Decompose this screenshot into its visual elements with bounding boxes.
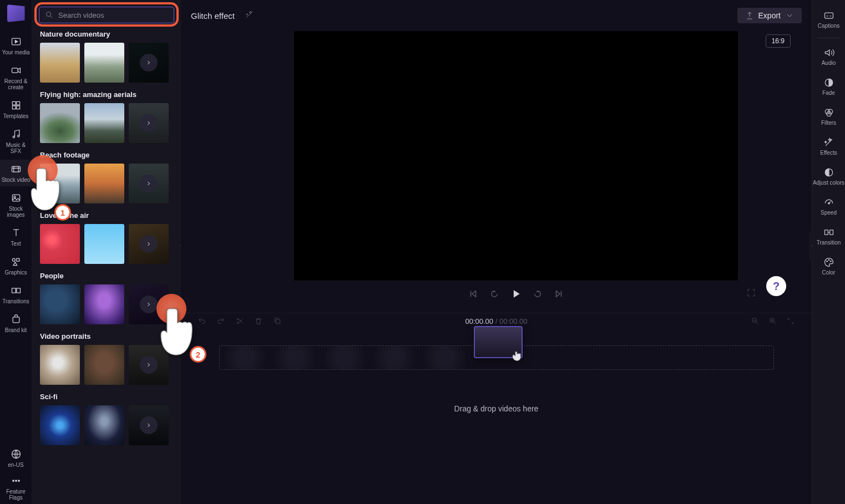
skip-back-icon[interactable]: [468, 289, 478, 299]
nav-brand-kit[interactable]: Brand kit: [0, 310, 32, 337]
prop-color[interactable]: Color: [812, 252, 845, 280]
search-input[interactable]: [58, 11, 168, 19]
nav-transitions[interactable]: Transitions: [0, 281, 32, 308]
prop-captions[interactable]: Captions: [812, 6, 845, 33]
undo-icon[interactable]: [198, 317, 206, 325]
nav-feature-flags[interactable]: Feature Flags: [0, 471, 32, 504]
stock-thumb[interactable]: [84, 103, 124, 143]
left-nav-items: Your media Record & create Templates Mus…: [0, 32, 32, 337]
redo-icon[interactable]: [216, 317, 225, 325]
stock-thumb[interactable]: [84, 345, 124, 385]
svg-rect-1: [12, 68, 18, 73]
play-button[interactable]: [510, 288, 522, 299]
prop-fade[interactable]: Fade: [812, 73, 845, 100]
step-back-icon[interactable]: [489, 289, 499, 299]
category-more-button[interactable]: [140, 114, 158, 132]
stock-thumb[interactable]: [40, 43, 80, 83]
prop-filters[interactable]: Filters: [812, 103, 845, 130]
aspect-ratio-button[interactable]: 16:9: [766, 34, 791, 48]
stock-thumb[interactable]: [84, 224, 124, 264]
effects-icon: [823, 137, 834, 148]
svg-point-32: [828, 202, 829, 204]
music-icon: [10, 128, 22, 140]
svg-rect-5: [16, 106, 19, 109]
stock-category-list[interactable]: Nature documentary Flying high: amazing …: [32, 30, 181, 504]
prop-label: Captions: [818, 23, 839, 29]
stock-thumb[interactable]: [40, 103, 80, 143]
right-properties-rail: Captions Audio Fade Filters Effects Adju…: [812, 0, 845, 504]
grab-cursor-icon: [510, 348, 525, 363]
prop-transition[interactable]: Transition: [812, 222, 845, 250]
project-title[interactable]: Glitch effect: [191, 11, 235, 21]
nav-label: Stock video: [2, 177, 31, 183]
dots-icon: [10, 475, 22, 487]
nav-text[interactable]: Text: [0, 223, 32, 250]
category-more-button[interactable]: [140, 296, 158, 313]
prop-label: Color: [822, 269, 836, 276]
category-title: Sci-fi: [40, 393, 173, 401]
nav-record-create[interactable]: Record & create: [0, 61, 32, 94]
stock-thumb[interactable]: [84, 284, 124, 324]
nav-your-media[interactable]: Your media: [0, 32, 32, 59]
fullscreen-button[interactable]: [746, 288, 756, 300]
search-box[interactable]: [39, 7, 174, 23]
stock-video-panel: Nature documentary Flying high: amazing …: [32, 0, 181, 504]
transition-icon: [823, 227, 834, 238]
nav-label: Your media: [2, 49, 29, 55]
nav-music-sfx[interactable]: Music & SFX: [0, 125, 32, 157]
export-button[interactable]: Export: [737, 8, 802, 23]
stock-images-icon: [10, 192, 22, 204]
prop-adjust-colors[interactable]: Adjust colors: [812, 162, 845, 190]
svg-point-6: [13, 136, 14, 138]
category-more-button[interactable]: [140, 175, 158, 192]
zoom-in-icon[interactable]: [768, 317, 777, 325]
stock-thumb[interactable]: [40, 284, 80, 324]
duplicate-icon[interactable]: [273, 317, 282, 325]
category-more-button[interactable]: [140, 416, 158, 434]
prop-speed[interactable]: Speed: [812, 192, 845, 220]
skip-forward-icon[interactable]: [554, 289, 564, 299]
stock-thumb[interactable]: [84, 164, 124, 203]
category-more-button[interactable]: [140, 356, 158, 374]
split-icon[interactable]: [235, 317, 244, 325]
svg-point-19: [18, 480, 19, 482]
nav-label: Text: [11, 241, 21, 247]
svg-rect-33: [824, 230, 828, 235]
video-preview[interactable]: [294, 31, 738, 281]
step-forward-icon[interactable]: [533, 289, 543, 299]
nav-stock-images[interactable]: Stock images: [0, 189, 32, 221]
current-time: 00:00.00: [465, 317, 493, 325]
collapse-right-panel-button[interactable]: [809, 232, 816, 259]
magic-wand-icon[interactable]: [245, 9, 255, 22]
nav-graphics[interactable]: Graphics: [0, 252, 32, 279]
stock-thumb[interactable]: [40, 345, 80, 385]
svg-rect-12: [16, 258, 19, 261]
app-logo[interactable]: [7, 4, 25, 22]
prop-audio[interactable]: Audio: [812, 43, 845, 70]
dragging-clip-preview[interactable]: [474, 326, 523, 358]
prop-label: Speed: [821, 210, 837, 216]
timeline-drop-target[interactable]: [219, 345, 774, 370]
nav-language[interactable]: en-US: [0, 445, 32, 471]
nav-templates[interactable]: Templates: [0, 96, 32, 123]
help-button[interactable]: ?: [766, 276, 786, 296]
stock-thumb[interactable]: [84, 405, 124, 445]
category-more-button[interactable]: [140, 235, 158, 253]
timeline-area[interactable]: Drag & drop videos here: [181, 329, 812, 504]
stock-thumb[interactable]: [84, 43, 124, 83]
fit-timeline-icon[interactable]: [786, 317, 795, 325]
preview-area: [181, 31, 812, 313]
prop-label: Fade: [822, 90, 835, 96]
stock-thumb[interactable]: [40, 164, 80, 203]
zoom-out-icon[interactable]: [751, 317, 760, 325]
stock-thumb[interactable]: [40, 224, 80, 264]
stock-thumb[interactable]: [40, 405, 80, 445]
delete-icon[interactable]: [254, 317, 263, 325]
prop-effects[interactable]: Effects: [812, 133, 845, 160]
category-title: Love in the air: [40, 211, 173, 220]
category-more-button[interactable]: [140, 54, 158, 72]
nav-stock-video[interactable]: Stock video: [0, 160, 32, 186]
nav-label: Graphics: [4, 269, 27, 276]
svg-rect-8: [12, 166, 20, 172]
search-icon: [45, 11, 54, 19]
